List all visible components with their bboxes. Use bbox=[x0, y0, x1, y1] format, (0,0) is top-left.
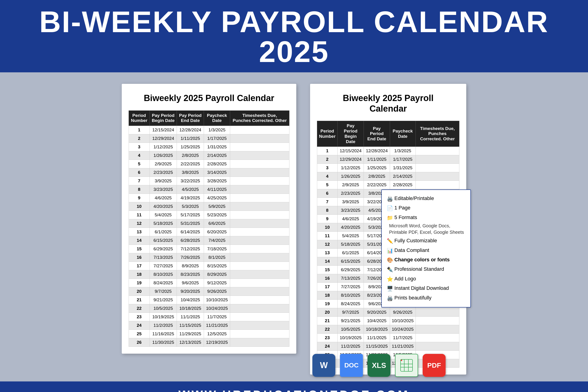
table-cell: 12/19/2025 bbox=[204, 338, 230, 347]
table-cell: 12/15/2024 bbox=[338, 147, 364, 155]
feature-text: 1 Page bbox=[394, 204, 410, 212]
table-cell: 4 bbox=[317, 172, 338, 181]
main-title: BI-WEEKLY PAYROLL CALENDAR 2025 bbox=[4, 7, 584, 66]
table-cell: 4/5/2025 bbox=[177, 185, 204, 194]
table-cell: 6 bbox=[317, 189, 338, 198]
table-cell: 1/26/2025 bbox=[150, 151, 177, 160]
table-cell: 9 bbox=[317, 215, 338, 223]
table-cell: 7 bbox=[317, 198, 338, 206]
col-begin-date: Pay PeriodBegin Date bbox=[150, 110, 177, 126]
table-cell: 2/8/2025 bbox=[364, 172, 390, 181]
table-cell: 6/15/2025 bbox=[150, 236, 177, 245]
table-cell: 19 bbox=[129, 279, 150, 287]
table-row: 2310/19/202511/1/202511/7/2025 bbox=[129, 313, 290, 321]
table-cell bbox=[230, 160, 290, 168]
table-cell: 6/15/2025 bbox=[338, 257, 364, 266]
table-cell: 10/18/2025 bbox=[364, 325, 390, 334]
table-cell: 1/11/2025 bbox=[364, 155, 390, 164]
table-cell: 16 bbox=[317, 274, 338, 283]
table-cell: 1/25/2025 bbox=[177, 143, 204, 151]
table-cell: 10/18/2025 bbox=[177, 304, 204, 313]
table-cell: 2/9/2025 bbox=[338, 181, 364, 189]
table-cell: 2/22/2025 bbox=[177, 160, 204, 168]
table-row: 104/20/20255/3/20255/9/2025 bbox=[129, 202, 290, 211]
table-row: 2210/5/202510/18/202510/24/2025 bbox=[129, 304, 290, 313]
table-cell: 7/27/2025 bbox=[338, 283, 364, 291]
table-cell: 15 bbox=[317, 266, 338, 274]
table-cell bbox=[230, 338, 290, 347]
table-cell: 25 bbox=[129, 330, 150, 338]
left-calendar-table: PeriodNumber Pay PeriodBegin Date Pay Pe… bbox=[128, 110, 290, 347]
table-cell: 7/4/2025 bbox=[204, 236, 230, 245]
table-cell: 10/24/2025 bbox=[204, 304, 230, 313]
table-cell bbox=[416, 325, 459, 334]
feature-item: 📊Data Compliant bbox=[387, 246, 465, 255]
table-row: 31/12/20251/25/20251/31/2025 bbox=[129, 143, 290, 151]
table-cell: 1/11/2025 bbox=[177, 134, 204, 143]
left-calendar-title: Biweekly 2025 Payroll Calendar bbox=[128, 93, 290, 104]
table-cell: 14 bbox=[317, 257, 338, 266]
table-cell: 8/10/2025 bbox=[338, 291, 364, 300]
table-cell: 8/23/2025 bbox=[177, 270, 204, 279]
svg-rect-0 bbox=[400, 360, 412, 371]
feature-icon: 📊 bbox=[387, 246, 393, 255]
table-cell: 3 bbox=[317, 164, 338, 172]
table-cell: 9/20/2025 bbox=[364, 308, 390, 317]
table-row: 112/15/202412/28/20241/3/2025 bbox=[129, 126, 290, 134]
table-cell bbox=[230, 185, 290, 194]
table-cell: 9/26/2025 bbox=[390, 308, 416, 317]
table-cell: 1/26/2025 bbox=[338, 172, 364, 181]
table-cell: 12/5/2025 bbox=[204, 330, 230, 338]
table-cell: 1/17/2025 bbox=[390, 155, 416, 164]
table-cell bbox=[230, 211, 290, 219]
table-cell: 2 bbox=[129, 134, 150, 143]
table-cell: 10/10/2025 bbox=[204, 296, 230, 304]
table-cell: 5/31/2025 bbox=[177, 219, 204, 228]
table-row: 125/18/20255/31/20256/6/2025 bbox=[129, 219, 290, 228]
table-cell: 19 bbox=[317, 300, 338, 308]
table-cell: 11 bbox=[317, 232, 338, 240]
feature-text: Fully Customizable bbox=[394, 236, 437, 245]
table-cell: 8/10/2025 bbox=[150, 270, 177, 279]
table-cell bbox=[230, 202, 290, 211]
feature-text: Professional Standard bbox=[394, 265, 444, 273]
table-cell: 11/7/2025 bbox=[390, 334, 416, 342]
col-end-date: Pay PeriodEnd Date bbox=[177, 110, 204, 126]
table-cell: 11/2/2025 bbox=[338, 342, 364, 351]
table-cell bbox=[230, 177, 290, 185]
doc-icon: DOC bbox=[340, 354, 363, 377]
table-row: 167/13/20257/26/20258/1/2025 bbox=[129, 253, 290, 262]
feature-text: Instant Digital Download bbox=[394, 284, 449, 292]
table-cell: 15 bbox=[129, 245, 150, 253]
right-col-begin-date: Pay PeriodBegin Date bbox=[338, 121, 364, 147]
table-cell: 2/9/2025 bbox=[150, 160, 177, 168]
table-cell: 12/15/2024 bbox=[150, 126, 177, 134]
table-cell bbox=[416, 317, 459, 325]
table-cell: 7/27/2025 bbox=[150, 262, 177, 270]
table-row: 136/1/20256/14/20256/20/2025 bbox=[129, 228, 290, 236]
feature-item: 🖨️Editable/Printable bbox=[387, 194, 465, 203]
table-cell: 12 bbox=[129, 219, 150, 228]
table-cell: 6/6/2025 bbox=[204, 219, 230, 228]
table-cell: 8/9/2025 bbox=[177, 262, 204, 270]
table-row: 209/7/20259/20/20259/26/2025 bbox=[129, 287, 290, 296]
table-cell: 10/19/2025 bbox=[150, 313, 177, 321]
table-cell: 7 bbox=[129, 177, 150, 185]
table-cell: 8 bbox=[129, 185, 150, 194]
table-cell: 2/14/2025 bbox=[204, 151, 230, 160]
right-col-period-number: PeriodNumber bbox=[317, 121, 338, 147]
table-cell: 16 bbox=[129, 253, 150, 262]
table-cell: 11/15/2025 bbox=[177, 321, 204, 330]
table-cell: 4/6/2025 bbox=[338, 215, 364, 223]
table-cell: 21 bbox=[317, 317, 338, 325]
table-cell: 11 bbox=[129, 211, 150, 219]
table-row: 198/24/20259/6/20259/12/2025 bbox=[129, 279, 290, 287]
table-header-row: PeriodNumber Pay PeriodBegin Date Pay Pe… bbox=[129, 110, 290, 126]
table-cell: 8/24/2025 bbox=[338, 300, 364, 308]
right-calendar-title: Biweekly 2025 PayrollCalendar bbox=[317, 93, 460, 114]
right-section: Biweekly 2025 PayrollCalendar PeriodNumb… bbox=[310, 84, 466, 374]
table-row: 146/15/20256/28/20257/4/2025 bbox=[129, 236, 290, 245]
table-cell: 1/17/2025 bbox=[204, 134, 230, 143]
table-cell: 6 bbox=[129, 168, 150, 177]
table-cell bbox=[230, 236, 290, 245]
